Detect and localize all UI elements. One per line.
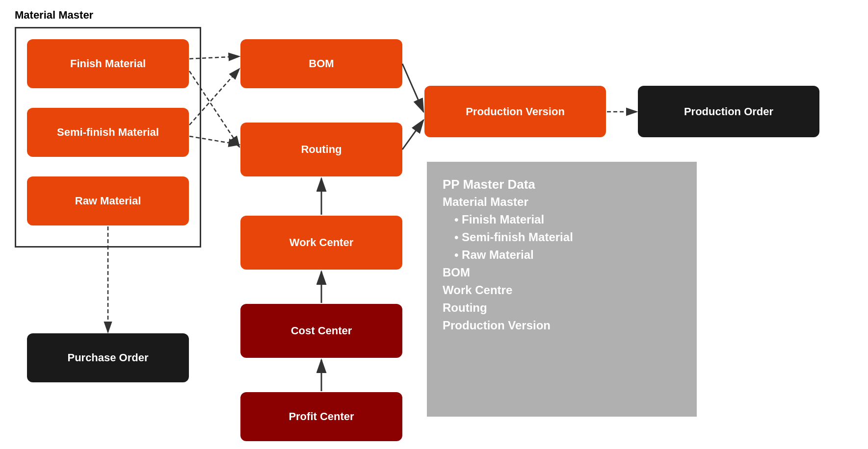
material-master-label: Material Master xyxy=(15,9,93,22)
legend-title: PP Master Data xyxy=(443,175,681,193)
legend-routing: Routing xyxy=(443,299,681,317)
legend-bom: BOM xyxy=(443,264,681,281)
legend-production-version: Production Version xyxy=(443,317,681,334)
legend-raw-material: • Raw Material xyxy=(454,246,681,264)
production-order-box: Production Order xyxy=(638,86,819,137)
legend-box: PP Master Data Material Master • Finish … xyxy=(427,162,697,417)
profit-center-box: Profit Center xyxy=(240,392,402,441)
svg-line-7 xyxy=(402,120,423,150)
legend-material-master: Material Master xyxy=(443,193,681,211)
work-center-box: Work Center xyxy=(240,216,402,270)
legend-semi-finish: • Semi-finish Material xyxy=(454,228,681,246)
production-version-box: Production Version xyxy=(424,86,606,137)
bom-box: BOM xyxy=(240,39,402,88)
raw-material-box: Raw Material xyxy=(27,176,189,225)
diagram-container: Material Master Finish Material Semi-fin… xyxy=(0,0,868,449)
legend-finish-material: • Finish Material xyxy=(454,211,681,228)
cost-center-box: Cost Center xyxy=(240,304,402,358)
semi-finish-material-box: Semi-finish Material xyxy=(27,108,189,157)
svg-line-6 xyxy=(402,64,423,112)
legend-work-centre: Work Centre xyxy=(443,281,681,299)
routing-box: Routing xyxy=(240,123,402,176)
purchase-order-box: Purchase Order xyxy=(27,333,189,382)
finish-material-box: Finish Material xyxy=(27,39,189,88)
